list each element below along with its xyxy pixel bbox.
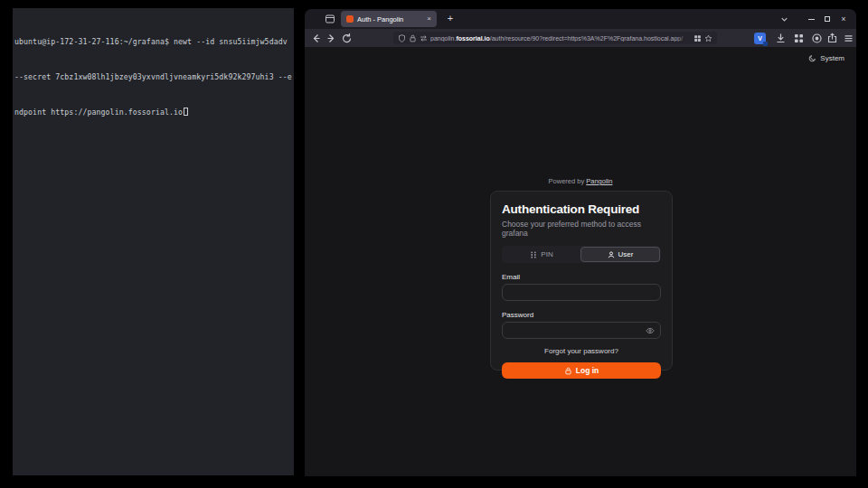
forgot-password-link[interactable]: Forgot your password? — [502, 347, 661, 355]
moon-icon — [808, 54, 816, 62]
login-lock-icon — [564, 367, 572, 375]
email-field[interactable] — [508, 288, 655, 296]
tracking-shield-icon[interactable] — [398, 34, 406, 42]
password-extension-icon[interactable]: V — [754, 33, 766, 44]
adblock-circle-icon[interactable] — [811, 33, 823, 44]
list-tabs-chevron-icon[interactable] — [779, 14, 789, 24]
theme-toggle-button[interactable]: System — [808, 54, 844, 62]
back-button[interactable] — [310, 33, 322, 44]
terminal-window[interactable]: ubuntu@ip-172-31-27-116:~/grafana$ newt … — [13, 8, 294, 475]
email-field-wrap — [502, 284, 661, 301]
login-button[interactable]: Log in — [502, 362, 661, 379]
password-field[interactable] — [508, 326, 646, 334]
eye-icon[interactable] — [646, 326, 655, 335]
email-label: Email — [502, 273, 661, 281]
tab-user-label: User — [618, 250, 634, 258]
pangolin-link[interactable]: Pangolin — [586, 177, 612, 185]
container-grid-icon[interactable] — [693, 34, 702, 42]
tab-title: Auth - Pangolin — [357, 15, 423, 23]
terminal-line: ubuntu@ip-172-31-27-116:~/grafana$ newt … — [14, 36, 293, 48]
share-icon[interactable] — [826, 33, 838, 44]
tab-strip: Auth - Pangolin × + × — [305, 9, 856, 29]
reload-button[interactable] — [341, 33, 353, 44]
extension-badge — [763, 42, 768, 46]
auth-card: Authentication Required Choose your pref… — [490, 191, 673, 371]
terminal-line: ndpoint https://pangolin.fossorial.io — [14, 107, 293, 118]
tab-pin[interactable]: PIN — [503, 247, 580, 262]
url-bar[interactable]: pangolin.fossorial.io/auth/resource/90?r… — [393, 32, 717, 44]
lock-icon[interactable] — [409, 34, 417, 42]
bookmark-star-icon[interactable] — [704, 34, 712, 42]
extensions-grid-icon[interactable] — [793, 33, 805, 44]
powered-by: Powered by Pangolin — [305, 177, 856, 185]
card-subtitle: Choose your preferred method to access g… — [502, 220, 661, 238]
window-maximize-button[interactable] — [821, 13, 834, 25]
redirect-arrows-icon[interactable] — [420, 34, 428, 42]
auth-method-tabs: PIN User — [502, 246, 661, 263]
window-close-button[interactable]: × — [837, 13, 850, 25]
tab-pin-label: PIN — [541, 250, 552, 258]
browser-toolbar: pangolin.fossorial.io/auth/resource/90?r… — [305, 29, 856, 47]
card-title: Authentication Required — [502, 202, 661, 216]
firefox-view-icon[interactable] — [325, 14, 335, 24]
url-text: pangolin.fossorial.io/auth/resource/90?r… — [430, 35, 691, 42]
tab-auth-pangolin[interactable]: Auth - Pangolin × — [341, 11, 437, 27]
browser-window: Auth - Pangolin × + × — [305, 9, 856, 476]
pangolin-favicon-icon — [346, 15, 354, 23]
tab-user[interactable]: User — [580, 247, 660, 262]
password-label: Password — [502, 311, 661, 319]
terminal-line: --secret 7cbz1xw08lh1jbzey03yxvndljvneam… — [14, 71, 293, 83]
new-tab-button[interactable]: + — [443, 12, 458, 26]
keypad-icon — [530, 251, 537, 258]
login-button-label: Log in — [576, 366, 599, 375]
auth-page: System Powered by Pangolin Authenticatio… — [305, 47, 856, 476]
terminal-cursor — [184, 108, 188, 116]
theme-label: System — [820, 54, 844, 62]
download-icon[interactable] — [775, 33, 787, 44]
tab-close-icon[interactable]: × — [427, 15, 431, 23]
menu-hamburger-icon[interactable] — [843, 33, 854, 44]
forward-button[interactable] — [326, 33, 337, 44]
password-field-wrap — [502, 322, 661, 339]
user-icon — [608, 251, 615, 258]
window-minimize-button[interactable] — [805, 13, 817, 25]
